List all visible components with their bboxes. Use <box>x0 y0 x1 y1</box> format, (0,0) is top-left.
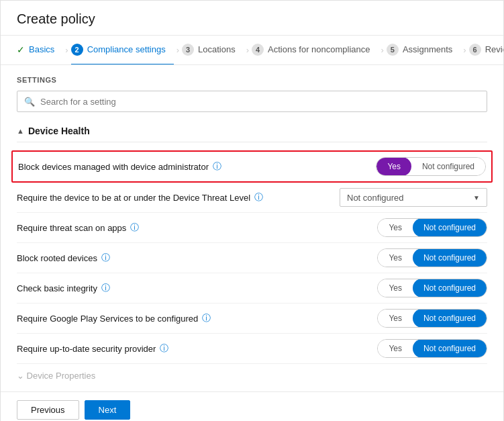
wizard-step-compliance[interactable]: 2 Compliance settings <box>71 36 174 65</box>
setting-label-security-provider: Require up-to-date security provider ⓘ <box>17 342 168 355</box>
search-input[interactable] <box>40 97 480 107</box>
setting-row-threat-scan: Require threat scan on apps ⓘ Yes Not co… <box>17 213 487 243</box>
setting-label-threat-scan: Require threat scan on apps ⓘ <box>17 222 139 234</box>
step-basics-label: Basics <box>29 44 54 54</box>
step-num-6: 6 <box>469 44 481 56</box>
block-device-admin-text: Block devices managed with device admini… <box>18 162 209 172</box>
toggle-yes-security-provider[interactable]: Yes <box>378 339 413 358</box>
info-icon-threat-scan[interactable]: ⓘ <box>130 222 139 234</box>
step-actions-label: Actions for noncompliance <box>268 44 370 54</box>
info-icon-block-rooted[interactable]: ⓘ <box>101 252 110 264</box>
toggle-threat-scan[interactable]: Yes Not configured <box>377 218 487 237</box>
step-compliance-label: Compliance settings <box>87 44 166 54</box>
step-assignments-label: Assignments <box>403 44 452 54</box>
wizard-step-actions[interactable]: 4 Actions for noncompliance <box>252 36 378 65</box>
sep-3: › <box>246 45 249 55</box>
sep-1: › <box>65 45 68 55</box>
step-num-5: 5 <box>387 44 399 56</box>
collapse-icon: ▲ <box>17 127 24 135</box>
footer: Previous Next <box>1 391 503 421</box>
setting-label-block-rooted: Block rooted devices ⓘ <box>17 252 110 264</box>
checkmark-icon: ✓ <box>17 44 25 55</box>
dropdown-threat-level-value: Not configured <box>347 193 404 203</box>
step-locations-label: Locations <box>198 44 236 54</box>
toggle-notconfigured-google-play[interactable]: Not configured <box>413 309 487 328</box>
wizard-step-basics[interactable]: ✓ Basics <box>17 36 62 65</box>
step-num-2: 2 <box>71 44 83 56</box>
toggle-yes-basic-integrity[interactable]: Yes <box>378 279 413 297</box>
google-play-text: Require Google Play Services to be confi… <box>17 314 198 324</box>
setting-label-threat-level: Require the device to be at or under the… <box>17 191 263 203</box>
dropdown-threat-level[interactable]: Not configured ▼ <box>340 188 487 207</box>
step-review-label: Review <box>485 44 503 54</box>
setting-label-google-play: Require Google Play Services to be confi… <box>17 312 211 324</box>
setting-label-basic-integrity: Check basic integrity ⓘ <box>17 282 110 294</box>
search-box[interactable]: 🔍 <box>17 91 487 112</box>
device-health-header[interactable]: ▲ Device Health <box>17 126 487 136</box>
wizard-step-assignments[interactable]: 5 Assignments <box>387 36 460 65</box>
next-button[interactable]: Next <box>85 400 131 420</box>
main-content: SETTINGS 🔍 ▲ Device Health Block devices… <box>1 65 503 391</box>
info-icon-google-play[interactable]: ⓘ <box>202 312 211 324</box>
device-health-title: Device Health <box>28 126 90 136</box>
toggle-notconfigured-security-provider[interactable]: Not configured <box>413 339 487 358</box>
setting-row-block-device-admin: Block devices managed with device admini… <box>11 150 493 183</box>
chevron-down-icon: ▼ <box>473 194 480 201</box>
toggle-yes-threat-scan[interactable]: Yes <box>378 218 413 237</box>
wizard-nav: ✓ Basics › 2 Compliance settings › 3 Loc… <box>1 36 503 65</box>
block-rooted-text: Block rooted devices <box>17 253 97 263</box>
toggle-security-provider[interactable]: Yes Not configured <box>377 339 487 358</box>
toggle-google-play[interactable]: Yes Not configured <box>377 309 487 328</box>
device-health-section: ▲ Device Health Block devices managed wi… <box>17 126 487 381</box>
info-icon-security-provider[interactable]: ⓘ <box>160 342 168 355</box>
setting-label-block-device-admin: Block devices managed with device admini… <box>18 160 221 173</box>
toggle-basic-integrity[interactable]: Yes Not configured <box>377 279 487 297</box>
step-num-4: 4 <box>252 44 264 56</box>
toggle-yes-google-play[interactable]: Yes <box>378 309 413 328</box>
sep-4: › <box>381 45 384 55</box>
info-icon-threat-level[interactable]: ⓘ <box>254 191 263 203</box>
search-icon: 🔍 <box>24 97 35 107</box>
setting-row-threat-level: Require the device to be at or under the… <box>17 183 487 213</box>
more-content-hint: ⌄ Device Properties <box>17 364 487 381</box>
toggle-yes-block-rooted[interactable]: Yes <box>378 248 413 267</box>
previous-button[interactable]: Previous <box>17 400 79 420</box>
toggle-block-rooted[interactable]: Yes Not configured <box>377 248 487 267</box>
wizard-step-locations[interactable]: 3 Locations <box>182 36 244 65</box>
setting-row-block-rooted: Block rooted devices ⓘ Yes Not configure… <box>17 243 487 273</box>
create-policy-window: Create policy ✓ Basics › 2 Compliance se… <box>0 0 504 421</box>
setting-row-basic-integrity: Check basic integrity ⓘ Yes Not configur… <box>17 273 487 303</box>
sep-2: › <box>177 45 179 55</box>
section-divider <box>17 142 487 142</box>
toggle-yes-block-device-admin[interactable]: Yes <box>376 157 411 176</box>
step-num-3: 3 <box>182 44 194 56</box>
info-icon-block-device-admin[interactable]: ⓘ <box>213 160 221 173</box>
wizard-step-review[interactable]: 6 Review <box>469 36 503 65</box>
threat-level-text: Require the device to be at or under the… <box>17 193 250 203</box>
info-icon-basic-integrity[interactable]: ⓘ <box>101 282 110 294</box>
toggle-notconfigured-basic-integrity[interactable]: Not configured <box>413 279 487 297</box>
setting-row-security-provider: Require up-to-date security provider ⓘ Y… <box>17 334 487 364</box>
toggle-notconfigured-block-rooted[interactable]: Not configured <box>413 248 487 267</box>
setting-row-google-play: Require Google Play Services to be confi… <box>17 303 487 334</box>
security-provider-text: Require up-to-date security provider <box>17 344 156 354</box>
page-title: Create policy <box>1 1 503 36</box>
toggle-notconfigured-threat-scan[interactable]: Not configured <box>413 218 487 237</box>
toggle-notconfigured-block-device-admin[interactable]: Not configured <box>411 157 485 176</box>
sep-5: › <box>463 45 466 55</box>
threat-scan-text: Require threat scan on apps <box>17 223 126 233</box>
basic-integrity-text: Check basic integrity <box>17 283 97 293</box>
toggle-block-device-admin[interactable]: Yes Not configured <box>376 157 486 176</box>
settings-label: SETTINGS <box>17 76 487 84</box>
